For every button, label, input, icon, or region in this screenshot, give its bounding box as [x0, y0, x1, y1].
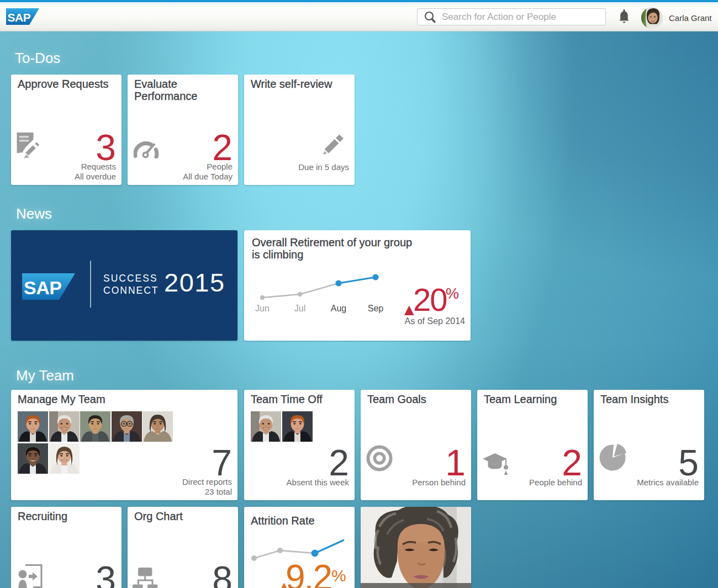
svg-text:Sep: Sep — [368, 304, 384, 313]
svg-text:Aug: Aug — [331, 304, 346, 313]
svg-text:Jun: Jun — [255, 304, 270, 313]
svg-text:SAP: SAP — [8, 11, 31, 24]
svg-text:Jul: Jul — [294, 304, 305, 313]
svg-text:SAP: SAP — [24, 277, 61, 298]
